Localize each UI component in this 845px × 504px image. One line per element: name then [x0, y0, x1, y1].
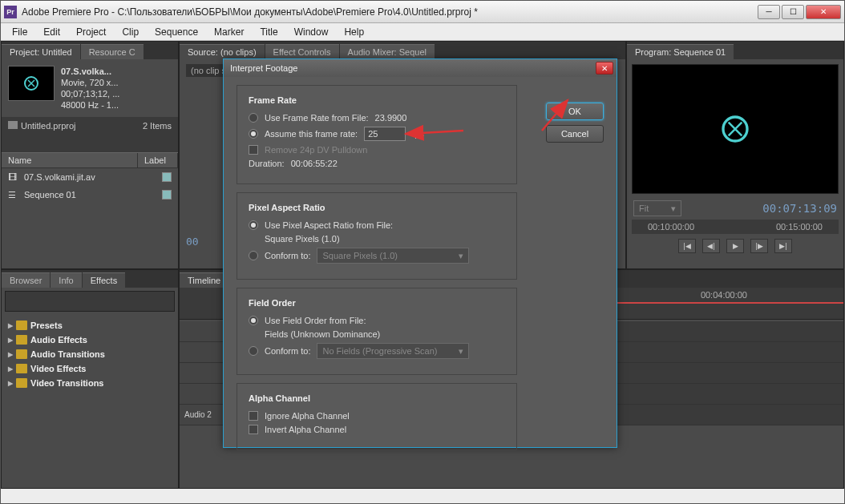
label-swatch[interactable]	[162, 172, 172, 182]
label: Use Pixel Aspect Ratio from File:	[265, 220, 393, 230]
project-file: Untitled.prproj	[21, 121, 75, 131]
step-fwd-button[interactable]: |▶	[750, 239, 768, 253]
par-select[interactable]: Square Pixels (1.0)▾	[317, 248, 469, 264]
field-select[interactable]: No Fields (Progressive Scan)▾	[317, 343, 469, 359]
radio-par-conform[interactable]	[249, 251, 258, 260]
section-legend: Field Order	[249, 298, 505, 308]
unit-label: fps	[412, 129, 424, 139]
clip-name: 07.S.volka...	[61, 66, 119, 77]
tab-source[interactable]: Source: (no clips)	[180, 44, 265, 59]
source-tc: 00	[186, 236, 199, 248]
menubar: File Edit Project Clip Sequence Marker T…	[1, 23, 844, 41]
clip-meta: Movie, 720 x...	[61, 77, 119, 88]
menu-help[interactable]: Help	[338, 25, 370, 39]
menu-sequence[interactable]: Sequence	[148, 25, 204, 39]
step-back-button[interactable]: ◀|	[702, 239, 720, 253]
tab-project[interactable]: Project: Untitled	[2, 44, 80, 59]
radio-file-rate[interactable]	[249, 113, 258, 123]
radio-field-file[interactable]	[249, 316, 258, 325]
field-value: Fields (Unknown Dominance)	[249, 329, 505, 339]
tab-info[interactable]: Info	[51, 272, 81, 288]
label: Use Field Order from File:	[265, 316, 366, 325]
minimize-button[interactable]: ─	[758, 5, 780, 19]
tab-effects[interactable]: Effects	[83, 272, 125, 288]
radio-assume-rate[interactable]	[249, 129, 258, 139]
menu-window[interactable]: Window	[288, 25, 335, 39]
bin-icon	[8, 121, 18, 129]
fx-presets[interactable]: ▶Presets	[5, 318, 175, 333]
titlebar: Pr Adobe Premiere Pro - C:\Пользователи\…	[1, 1, 844, 23]
ok-button[interactable]: OK	[546, 103, 604, 120]
checkbox-ignore-alpha[interactable]	[249, 411, 258, 421]
radio-field-conform[interactable]	[249, 346, 258, 356]
section-legend: Alpha Channel	[249, 393, 505, 403]
statusbar	[1, 489, 844, 503]
cancel-button[interactable]: Cancel	[546, 125, 604, 143]
tab-effect-controls[interactable]: Effect Controls	[265, 44, 339, 59]
project-panel: Project: Untitled Resource C 07.S.volka.…	[1, 41, 179, 269]
tab-program[interactable]: Program: Sequence 01	[627, 44, 734, 59]
menu-title[interactable]: Title	[253, 25, 284, 39]
program-monitor[interactable]	[632, 64, 839, 194]
fx-video-effects[interactable]: ▶Video Effects	[5, 361, 175, 376]
tab-resource[interactable]: Resource C	[81, 44, 144, 59]
clip-thumbnail	[8, 66, 55, 101]
label: Assume this frame rate:	[265, 129, 358, 139]
bin-row[interactable]: 🎞 07.S.volkami.jit.av	[2, 168, 178, 186]
folder-icon	[16, 321, 27, 330]
menu-file[interactable]: File	[6, 25, 34, 39]
tab-browser[interactable]: Browser	[2, 272, 50, 288]
par-value: Square Pixels (1.0)	[249, 234, 505, 244]
app-icon: Pr	[4, 6, 17, 18]
bin-item-name: 07.S.volkami.jit.av	[24, 172, 157, 182]
folder-icon	[16, 349, 27, 359]
frame-rate-input[interactable]	[364, 127, 406, 141]
clip-meta: 00;07;13;12, ...	[61, 88, 119, 99]
tab-audio-mixer[interactable]: Audio Mixer: Sequel	[340, 44, 435, 59]
fx-audio-transitions[interactable]: ▶Audio Transitions	[5, 347, 175, 361]
maximize-button[interactable]: ☐	[782, 5, 804, 19]
file-rate-value: 23.9900	[375, 113, 407, 123]
bin-row[interactable]: ☰ Sequence 01	[2, 186, 178, 204]
radio-par-file[interactable]	[249, 220, 258, 230]
menu-project[interactable]: Project	[70, 25, 112, 39]
dialog-title: Interpret Footage	[230, 63, 297, 73]
clip-icon: 🎞	[8, 172, 19, 182]
bin-item-name: Sequence 01	[24, 190, 157, 200]
alpha-section: Alpha Channel Ignore Alpha Channel Inver…	[237, 383, 517, 450]
col-label[interactable]: Label	[138, 153, 178, 167]
close-button[interactable]: ✕	[806, 5, 841, 19]
section-legend: Frame Rate	[249, 95, 505, 105]
checkbox-remove-pulldown	[249, 145, 258, 155]
play-button[interactable]: ▶	[726, 239, 744, 253]
menu-marker[interactable]: Marker	[208, 25, 250, 39]
menu-edit[interactable]: Edit	[37, 25, 67, 39]
zoom-select[interactable]: Fit▾	[633, 200, 681, 216]
folder-icon	[16, 335, 27, 345]
goto-out-button[interactable]: ▶|	[774, 239, 792, 253]
dialog-close-button[interactable]: ✕	[596, 62, 613, 75]
label: Duration:	[249, 159, 285, 168]
window-title: Adobe Premiere Pro - C:\Пользователи\БОБ…	[22, 6, 758, 18]
label-swatch[interactable]	[162, 190, 172, 200]
item-count: 2 Items	[143, 121, 172, 131]
checkbox-invert-alpha[interactable]	[249, 425, 258, 434]
effects-search[interactable]	[5, 291, 175, 312]
clip-meta: 48000 Hz - 1...	[61, 99, 119, 111]
program-ruler[interactable]: 00:10:00:00 00:15:00:00	[632, 220, 839, 234]
goto-in-button[interactable]: |◀	[678, 239, 696, 253]
program-timecode[interactable]: 00:07:13:09	[762, 202, 837, 215]
folder-icon	[16, 378, 27, 388]
frame-rate-section: Frame Rate Use Frame Rate from File: 23.…	[237, 85, 517, 184]
label: Ignore Alpha Channel	[265, 411, 350, 421]
label: Use Frame Rate from File:	[265, 113, 369, 123]
tab-timeline[interactable]: Timeline	[180, 272, 228, 288]
fx-audio-effects[interactable]: ▶Audio Effects	[5, 333, 175, 347]
col-name[interactable]: Name	[2, 153, 138, 167]
label: Remove 24p DV Pulldown	[265, 145, 367, 155]
label: Invert Alpha Channel	[265, 425, 346, 434]
fx-video-transitions[interactable]: ▶Video Transitions	[5, 376, 175, 390]
section-legend: Pixel Aspect Ratio	[249, 203, 505, 212]
menu-clip[interactable]: Clip	[115, 25, 145, 39]
label: Conform to:	[265, 346, 310, 356]
